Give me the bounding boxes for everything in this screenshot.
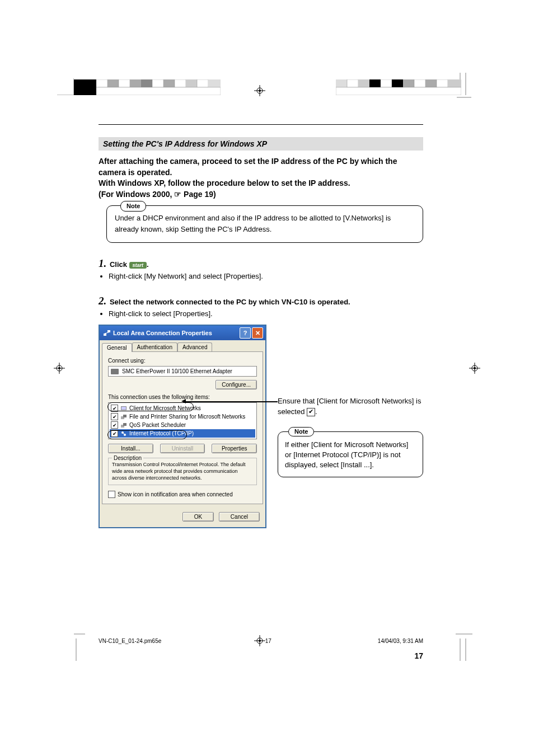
svg-rect-17: [152, 79, 163, 87]
svg-rect-21: [197, 79, 208, 87]
list-item[interactable]: ✔ QoS Packet Scheduler: [110, 421, 255, 429]
note-1-text: Under a DHCP environment and also if the…: [115, 213, 415, 234]
install-button[interactable]: Install...: [108, 444, 153, 453]
step-2-head: Select the network connected to the PC b…: [110, 298, 350, 306]
checkbox[interactable]: ✔: [111, 430, 118, 437]
dialog-footer: OK Cancel: [100, 506, 265, 527]
ensure-text-b: .: [315, 407, 317, 416]
step-1: 1. Click start. Right-click [My Network]…: [99, 257, 423, 280]
svg-rect-36: [336, 87, 461, 95]
show-icon-row: Show icon in notification area when conn…: [108, 491, 257, 498]
list-item[interactable]: ✔ File and Printer Sharing for Microsoft…: [110, 412, 255, 421]
checkbox[interactable]: ✔: [111, 405, 118, 412]
svg-rect-34: [437, 79, 448, 87]
adapter-field: SMC EtherPower II 10/100 Ethernet Adapte…: [108, 366, 257, 377]
section-title: Setting the PC's IP Address for Windows …: [99, 137, 423, 151]
intro-text: After attaching the camera, proceed to s…: [99, 156, 423, 200]
item-label: Internet Protocol (TCP/IP): [129, 430, 194, 436]
item-label: QoS Packet Scheduler: [129, 422, 186, 428]
svg-rect-13: [107, 79, 119, 87]
step-1-head: Click start.: [110, 260, 149, 269]
svg-rect-22: [208, 79, 221, 87]
svg-rect-26: [347, 79, 358, 87]
start-button[interactable]: start: [129, 262, 147, 269]
checkbox-icon: ✔: [307, 408, 315, 416]
ensure-text-a: Ensure that [Client for Microsoft Networ…: [278, 397, 421, 415]
intro-line-1: After attaching the camera, proceed to s…: [99, 156, 423, 178]
ok-button[interactable]: OK: [182, 512, 214, 522]
checkbox[interactable]: ✔: [111, 413, 118, 420]
crop-mark: [456, 633, 472, 661]
help-button[interactable]: ?: [240, 327, 251, 339]
properties-button[interactable]: Properties: [212, 444, 257, 453]
step-2-bullet: Right-click to select [Properties].: [109, 309, 423, 318]
note-2-text: If either [Client for Microsoft Networks…: [285, 440, 416, 471]
cancel-button[interactable]: Cancel: [219, 512, 260, 522]
tab-authentication[interactable]: Authentication: [132, 342, 177, 351]
tab-general[interactable]: General: [102, 343, 132, 352]
show-icon-label: Show icon in notification area when conn…: [118, 491, 233, 497]
item-label: File and Printer Sharing for Microsoft N…: [129, 414, 245, 420]
svg-rect-29: [381, 79, 392, 87]
svg-rect-59: [123, 415, 127, 417]
footer-filename: VN-C10_E_01-24.pm65e: [99, 638, 265, 644]
step-1-head-b: .: [147, 260, 149, 269]
svg-rect-28: [369, 79, 381, 87]
client-icon: [120, 405, 127, 412]
svg-rect-14: [119, 79, 130, 87]
uninstall-button[interactable]: Uninstall: [160, 444, 205, 453]
show-icon-checkbox[interactable]: [108, 491, 115, 498]
dialog-titlebar: Local Area Connection Properties ? ✕: [100, 326, 265, 340]
close-button[interactable]: ✕: [252, 327, 263, 339]
side-column: Ensure that [Client for Microsoft Networ…: [278, 325, 423, 528]
svg-rect-57: [121, 407, 126, 410]
note-label: Note: [120, 201, 146, 212]
tab-advanced[interactable]: Advanced: [177, 342, 212, 351]
svg-rect-10: [74, 79, 85, 87]
connection-icon: [103, 329, 111, 337]
step-2-number: 2.: [99, 295, 106, 307]
step-1-bullet: Right-click [My Network] and select [Pro…: [109, 272, 423, 280]
registration-mark-icon: [254, 85, 265, 96]
callout-arrow: [184, 401, 278, 402]
list-item[interactable]: ✔ Internet Protocol (TCP/IP): [110, 429, 255, 438]
print-ruler: [74, 79, 221, 95]
print-ruler: [336, 79, 461, 95]
intro-line-3: (For Windows 2000, ☞ Page 19): [99, 189, 423, 200]
crop-mark: [51, 633, 85, 661]
description-legend: Description: [112, 454, 143, 462]
svg-rect-32: [414, 79, 425, 87]
note-box-2: Note If either [Client for Microsoft Net…: [278, 431, 423, 478]
svg-rect-33: [425, 79, 437, 87]
svg-rect-61: [123, 423, 127, 426]
connect-using-label: Connect using:: [108, 358, 257, 364]
intro-3b: Page 19): [181, 190, 216, 199]
configure-button[interactable]: Configure...: [216, 380, 257, 389]
protocol-icon: [120, 430, 127, 437]
svg-rect-30: [392, 79, 403, 87]
svg-rect-12: [96, 79, 107, 87]
svg-rect-53: [104, 334, 106, 336]
footer-slug: VN-C10_E_01-24.pm65e 17 14/04/03, 9:31 A…: [99, 638, 423, 644]
intro-line-2: With Windows XP, follow the procedure be…: [99, 178, 423, 189]
step-1-number: 1.: [99, 257, 106, 269]
list-item[interactable]: ✔ Client for Microsoft Networks: [110, 404, 255, 412]
note-label: Note: [288, 427, 314, 436]
svg-rect-31: [403, 79, 414, 87]
arrow-head-icon: [181, 399, 186, 403]
registration-mark-icon: [469, 363, 480, 374]
svg-rect-15: [130, 79, 141, 87]
svg-rect-16: [141, 79, 152, 87]
pointer-icon: ☞: [174, 189, 181, 200]
checkbox[interactable]: ✔: [111, 421, 118, 429]
items-listbox[interactable]: ✔ Client for Microsoft Networks ✔ File a…: [108, 402, 257, 439]
dialog-tabs: General Authentication Advanced: [100, 340, 265, 351]
svg-rect-19: [175, 79, 186, 87]
footer-page: 17: [265, 638, 271, 644]
item-label: Client for Microsoft Networks: [129, 405, 201, 411]
svg-rect-25: [336, 79, 347, 87]
page-content: Setting the PC's IP Address for Windows …: [99, 124, 423, 638]
ensure-text: Ensure that [Client for Microsoft Networ…: [278, 396, 423, 416]
note-box-1: Note Under a DHCP environment and also i…: [106, 205, 423, 243]
dialog-screenshot: Local Area Connection Properties ? ✕ Gen…: [99, 325, 266, 528]
